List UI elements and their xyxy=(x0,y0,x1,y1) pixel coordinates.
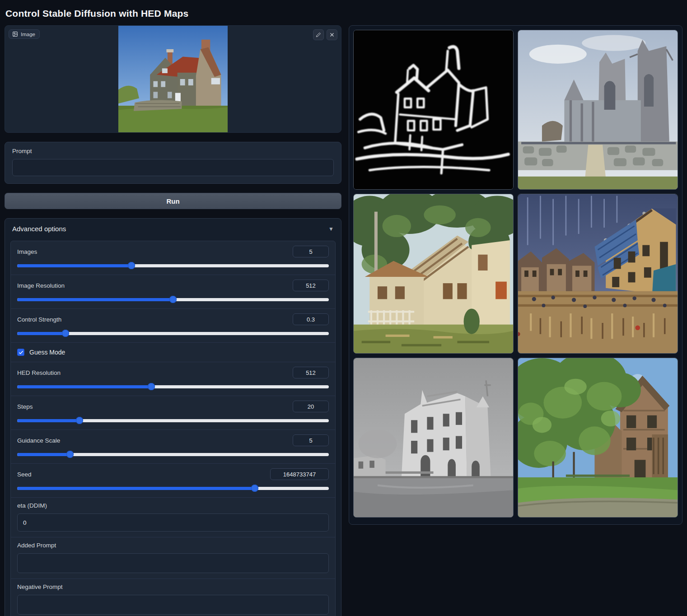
added-prompt-label: Added Prompt xyxy=(17,542,329,549)
slider-handle[interactable] xyxy=(128,262,135,269)
slider-handle[interactable] xyxy=(62,330,69,337)
slider-row-images: Images 5 xyxy=(11,241,335,275)
guidance-scale-label: Guidance Scale xyxy=(17,437,60,444)
hed-resolution-label: HED Resolution xyxy=(17,369,61,376)
slider-row-control-strength: Control Strength 0.3 xyxy=(11,308,335,342)
image-label: Image xyxy=(21,32,35,37)
seed-label: Seed xyxy=(17,471,32,478)
gallery-item-cottage-painting[interactable] xyxy=(353,194,514,354)
run-button[interactable]: Run xyxy=(5,193,341,209)
negative-prompt-input[interactable] xyxy=(17,595,329,615)
eta-label: eta (DDIM) xyxy=(17,502,329,509)
steps-number-input[interactable]: 20 xyxy=(293,401,329,412)
seed-number-input[interactable]: 1648733747 xyxy=(270,468,329,480)
guess-mode-label: Guess Mode xyxy=(29,349,65,356)
hed-resolution-slider[interactable] xyxy=(17,383,329,390)
images-number-input[interactable]: 5 xyxy=(293,246,329,257)
negative-prompt-row: Negative Prompt xyxy=(11,579,335,616)
images-label: Images xyxy=(17,248,37,255)
prompt-panel: Prompt xyxy=(5,142,341,184)
slider-handle[interactable] xyxy=(66,451,74,458)
slider-row-seed: Seed 1648733747 xyxy=(11,463,335,497)
slider-row-image-resolution: Image Resolution 512 xyxy=(11,275,335,308)
negative-prompt-label: Negative Prompt xyxy=(17,583,329,590)
images-slider[interactable] xyxy=(17,262,329,269)
guidance-scale-slider[interactable] xyxy=(17,451,329,458)
image-resolution-slider[interactable] xyxy=(17,296,329,303)
slider-handle[interactable] xyxy=(76,417,83,424)
image-icon xyxy=(12,31,18,37)
advanced-options-title: Advanced options xyxy=(12,225,66,233)
caret-down-icon: ▼ xyxy=(328,226,334,232)
image-resolution-label: Image Resolution xyxy=(17,282,65,289)
slider-row-hed-resolution: HED Resolution 512 xyxy=(11,362,335,396)
advanced-options-header[interactable]: Advanced options ▼ xyxy=(5,219,341,239)
app-page: Control Stable Diffusion with HED Maps I… xyxy=(0,0,687,616)
slider-handle[interactable] xyxy=(169,296,177,303)
control-strength-slider[interactable] xyxy=(17,330,329,337)
edit-image-button[interactable] xyxy=(313,29,324,40)
advanced-options-form: Images 5 Image Resolution 512 xyxy=(10,241,336,616)
control-strength-label: Control Strength xyxy=(17,316,61,323)
eta-input[interactable]: 0 xyxy=(17,513,329,532)
image-resolution-number-input[interactable]: 512 xyxy=(293,280,329,291)
slider-row-guidance-scale: Guidance Scale 5 xyxy=(11,429,335,463)
added-prompt-input[interactable] xyxy=(17,553,329,573)
slider-handle[interactable] xyxy=(251,485,258,492)
control-strength-number-input[interactable]: 0.3 xyxy=(293,313,329,325)
prompt-label: Prompt xyxy=(12,148,334,154)
uploaded-house-photo[interactable] xyxy=(118,26,228,132)
eta-row: eta (DDIM) 0 xyxy=(11,497,335,537)
hed-resolution-number-input[interactable]: 512 xyxy=(293,367,329,378)
results-gallery xyxy=(349,25,682,525)
gallery-item-grayscale-building[interactable] xyxy=(353,358,514,518)
seed-slider[interactable] xyxy=(17,485,329,492)
clear-image-button[interactable] xyxy=(327,29,337,40)
steps-label: Steps xyxy=(17,403,33,410)
page-title: Control Stable Diffusion with HED Maps xyxy=(5,5,682,25)
prompt-input[interactable] xyxy=(12,159,334,176)
close-icon xyxy=(329,32,335,37)
guess-mode-checkbox[interactable]: Guess Mode xyxy=(11,342,335,362)
steps-slider[interactable] xyxy=(17,417,329,424)
gallery-item-gothic-cathedral[interactable] xyxy=(518,30,678,190)
gallery-item-hed-edge-map[interactable] xyxy=(353,30,514,190)
guidance-scale-number-input[interactable]: 5 xyxy=(293,434,329,446)
advanced-options-panel: Advanced options ▼ Images 5 xyxy=(5,218,341,616)
gallery-item-house-in-trees[interactable] xyxy=(518,358,678,518)
gallery-item-impressionist-street[interactable] xyxy=(518,194,678,354)
image-type-chip: Image xyxy=(9,29,40,39)
slider-row-steps: Steps 20 xyxy=(11,396,335,429)
checkbox-checked-icon xyxy=(17,349,24,356)
input-image-panel[interactable]: Image xyxy=(5,25,341,133)
pencil-icon xyxy=(316,32,321,37)
slider-handle[interactable] xyxy=(148,383,155,390)
added-prompt-row: Added Prompt xyxy=(11,537,335,579)
